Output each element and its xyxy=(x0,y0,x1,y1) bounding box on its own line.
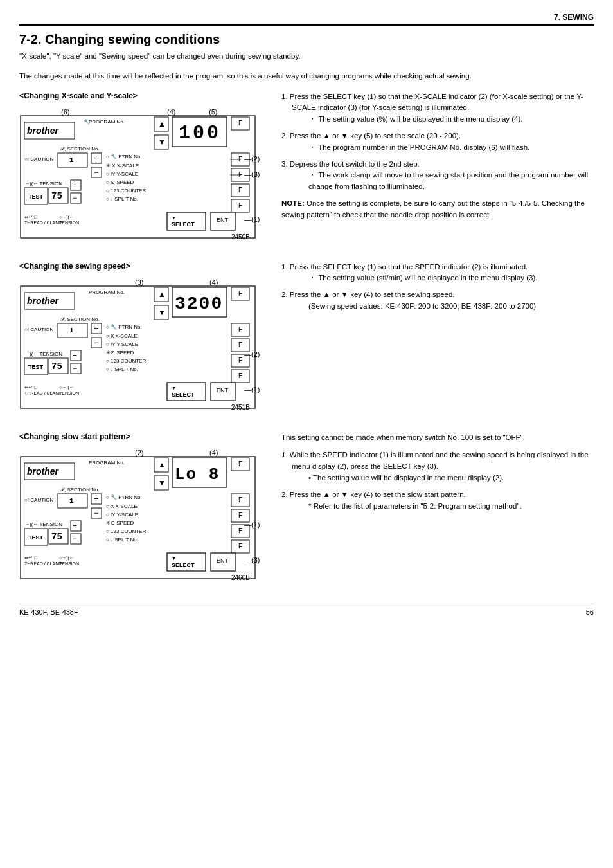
svg-text:⇔+/↑□: ⇔+/↑□ xyxy=(24,215,38,219)
slow-instructions: This setting cannot be made when memory … xyxy=(281,432,594,593)
step-num: 2. xyxy=(281,291,288,298)
svg-text:▼: ▼ xyxy=(172,386,176,390)
slow-left: <Changing slow start pattern> brother PR… xyxy=(19,432,270,593)
svg-text:1: 1 xyxy=(69,156,74,164)
svg-text:—(2): —(2) xyxy=(244,350,260,358)
svg-text:+: + xyxy=(94,154,98,163)
svg-text:F: F xyxy=(238,496,242,503)
svg-text:Lo 8: Lo 8 xyxy=(175,465,220,484)
svg-text:+: + xyxy=(73,351,77,360)
svg-text:𝒮, SECTION No.: 𝒮, SECTION No. xyxy=(60,146,100,152)
xscale-instructions: 1. Press the SELECT key (1) so that the … xyxy=(281,91,594,253)
svg-text:TEST: TEST xyxy=(28,534,44,541)
svg-text:○ !Y  Y-SCALE: ○ !Y Y-SCALE xyxy=(106,171,138,177)
svg-text:→)(← TENSION: →)(← TENSION xyxy=(24,181,62,186)
xscale-title: <Changing X-scale and Y-scale> xyxy=(19,91,270,100)
svg-text:○ 🔧 PTRN No.: ○ 🔧 PTRN No. xyxy=(106,494,142,500)
svg-text:THREAD / CLAMP: THREAD / CLAMP xyxy=(24,391,62,395)
svg-text:−: − xyxy=(73,534,77,543)
svg-text:▲: ▲ xyxy=(158,120,166,129)
speed-step-2: 2. Press the ▲ or ▼ key (4) to set the s… xyxy=(281,289,594,312)
svg-text:○! CAUTION: ○! CAUTION xyxy=(24,156,54,162)
svg-text:○→)(←: ○→)(← xyxy=(59,385,74,390)
svg-text:TENSION: TENSION xyxy=(59,561,79,566)
svg-text:F: F xyxy=(238,460,242,467)
svg-text:+: + xyxy=(73,521,77,530)
svg-text:ENT: ENT xyxy=(217,557,229,564)
svg-text:▼: ▼ xyxy=(158,138,166,147)
step-num: 1. xyxy=(281,93,288,100)
svg-text:SELECT: SELECT xyxy=(172,562,195,568)
slow-title: <Changing slow start pattern> xyxy=(19,432,270,441)
svg-text:PROGRAM No.: PROGRAM No. xyxy=(89,119,125,125)
svg-text:TEST: TEST xyxy=(28,194,44,200)
svg-text:○ 123 COUNTER: ○ 123 COUNTER xyxy=(106,188,146,194)
svg-text:2451B: 2451B xyxy=(231,404,250,411)
step-sub: ・ The setting value (%) will be displaye… xyxy=(302,114,594,125)
xscale-step-1: 1. Press the SELECT key (1) so that the … xyxy=(281,91,594,125)
svg-text:2460B: 2460B xyxy=(231,574,250,581)
svg-text:(4): (4) xyxy=(167,108,175,116)
svg-text:○ ⊙ SPEED: ○ ⊙ SPEED xyxy=(106,179,134,185)
top-bar: 7. SEWING xyxy=(19,13,594,26)
xscale-step-2: 2. Press the ▲ or ▼ key (5) to set the s… xyxy=(281,131,594,154)
svg-text:✳⊙ SPEED: ✳⊙ SPEED xyxy=(106,520,134,526)
svg-text:(2): (2) xyxy=(135,449,143,457)
svg-text:SELECT: SELECT xyxy=(172,392,195,398)
step-text: Depress the foot switch to the 2nd step. xyxy=(290,160,420,168)
step-num: 2. xyxy=(281,491,288,498)
svg-text:→)(← TENSION: →)(← TENSION xyxy=(24,521,62,527)
model-text: KE-430F, BE-438F xyxy=(19,608,78,616)
svg-text:THREAD / CLAMP: THREAD / CLAMP xyxy=(24,221,62,225)
step-text: Press the ▲ or ▼ key (4) to set the sewi… xyxy=(290,291,455,298)
svg-text:○ !Y  Y-SCALE: ○ !Y Y-SCALE xyxy=(106,512,138,518)
svg-text:THREAD / CLAMP: THREAD / CLAMP xyxy=(24,561,62,566)
slow-step-1: 1. While the SPEED indicator (1) is illu… xyxy=(281,449,594,484)
svg-text:⇔+/↑□: ⇔+/↑□ xyxy=(24,385,38,390)
svg-text:⇔+/↑□: ⇔+/↑□ xyxy=(24,556,38,560)
svg-text:−: − xyxy=(73,194,77,203)
svg-text:○ 123 COUNTER: ○ 123 COUNTER xyxy=(106,529,146,534)
speed-title: <Changing the sewing speed> xyxy=(19,262,270,271)
svg-text:▲: ▲ xyxy=(158,460,166,469)
svg-text:F: F xyxy=(238,512,242,519)
svg-text:brother: brother xyxy=(27,466,60,476)
svg-text:F: F xyxy=(238,341,242,348)
svg-text:F: F xyxy=(238,357,242,364)
step-sub: * Refer to the list of parameters in "5-… xyxy=(302,501,594,512)
svg-text:○ ↓  SPLIT No.: ○ ↓ SPLIT No. xyxy=(106,196,138,202)
svg-text:—(3): —(3) xyxy=(244,556,260,564)
page-footer: KE-430F, BE-438F 56 xyxy=(19,604,594,616)
intro-line-1: "X-scale", "Y-scale" and "Sewing speed" … xyxy=(19,51,594,62)
step-num: 1. xyxy=(281,451,288,458)
svg-text:○! CAUTION: ○! CAUTION xyxy=(24,497,54,503)
intro-line-2: The changes made at this time will be re… xyxy=(19,71,594,82)
svg-text:F: F xyxy=(238,372,242,379)
svg-text:(6): (6) xyxy=(61,108,69,116)
svg-text:✳ X  X-SCALE: ✳ X X-SCALE xyxy=(106,163,139,168)
svg-text:TENSION: TENSION xyxy=(59,221,79,225)
slow-section: <Changing slow start pattern> brother PR… xyxy=(19,432,594,593)
svg-text:○ ↓  SPLIT No.: ○ ↓ SPLIT No. xyxy=(106,537,138,543)
svg-text:TEST: TEST xyxy=(28,364,44,370)
svg-text:PROGRAM No.: PROGRAM No. xyxy=(89,460,125,466)
svg-text:○ !Y  Y-SCALE: ○ !Y Y-SCALE xyxy=(106,341,138,347)
svg-text:F: F xyxy=(238,186,242,194)
step-num: 3. xyxy=(281,160,288,168)
step-num: 2. xyxy=(281,132,288,140)
svg-text:—(1): —(1) xyxy=(244,386,260,393)
svg-text:(3): (3) xyxy=(135,278,143,286)
machine-svg-3: brother PROGRAM No. ▲ Lo 8 ▼ F ○! CAUTIO xyxy=(19,445,270,583)
step-num: 1. xyxy=(281,263,288,271)
svg-text:−: − xyxy=(94,168,98,177)
svg-text:▲: ▲ xyxy=(158,290,166,299)
note-text: Once the setting is complete, be sure to… xyxy=(281,199,585,219)
slow-steps: This setting cannot be made when memory … xyxy=(281,432,594,512)
svg-text:brother: brother xyxy=(27,125,60,136)
step-sub: ・ The work clamp will move to the sewing… xyxy=(302,170,594,193)
xscale-step-3: 3. Depress the foot switch to the 2nd st… xyxy=(281,159,594,193)
svg-text:1: 1 xyxy=(69,327,74,334)
svg-text:—(1): —(1) xyxy=(244,215,260,223)
step-text: Press the SELECT key (1) so that the X-S… xyxy=(290,93,583,112)
chapter-title: 7-2. Changing sewing conditions xyxy=(19,32,594,47)
